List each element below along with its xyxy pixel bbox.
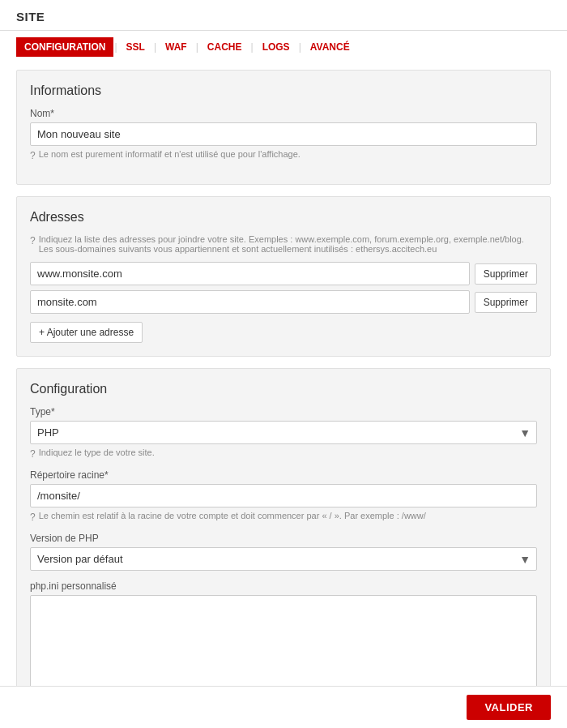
address-row-1: Supprimer	[30, 262, 537, 285]
address-input-1[interactable]	[30, 262, 470, 285]
repertoire-help-icon: ?	[30, 512, 36, 523]
phpini-label: php.ini personnalisé	[30, 580, 537, 592]
tabs-bar: CONFIGURATION | SSL | WAF | CACHE | LOGS…	[0, 31, 567, 57]
page-title: SITE	[16, 10, 45, 24]
type-select[interactable]: PHP Static Node.js	[30, 421, 537, 444]
version-label: Version de PHP	[30, 533, 537, 544]
phpini-textarea[interactable]	[30, 595, 537, 700]
adresses-help-icon: ?	[30, 235, 36, 246]
type-label: Type*	[30, 406, 537, 418]
repertoire-field-group: Répertoire racine* ? Le chemin est relat…	[30, 469, 537, 523]
nom-help-text: ? Le nom est purement informatif et n'es…	[30, 149, 537, 161]
configuration-title: Configuration	[30, 382, 537, 396]
nom-field-group: Nom* ? Le nom est purement informatif et…	[30, 108, 537, 161]
address-input-2[interactable]	[30, 290, 470, 314]
type-help-icon: ?	[30, 448, 36, 460]
adresses-section: Adresses ? Indiquez la liste des adresse…	[16, 196, 551, 357]
adresses-help: ? Indiquez la liste des adresses pour jo…	[30, 234, 537, 254]
version-field-group: Version de PHP Version par défaut PHP 7.…	[30, 533, 537, 571]
nom-help-content: Le nom est purement informatif et n'est …	[39, 149, 301, 159]
adresses-help-content: Indiquez la liste des adresses pour join…	[39, 234, 537, 254]
tab-ssl[interactable]: SSL	[118, 37, 153, 57]
tab-cache[interactable]: CACHE	[199, 37, 250, 57]
adresses-title: Adresses	[30, 210, 537, 225]
btn-supprimer-1[interactable]: Supprimer	[475, 263, 537, 285]
footer-bar: VALIDER	[0, 686, 567, 728]
version-select-wrapper: Version par défaut PHP 7.4 PHP 8.0 PHP 8…	[30, 547, 537, 571]
configuration-section: Configuration Type* PHP Static Node.js ▼…	[16, 368, 551, 728]
repertoire-help-content: Le chemin est relatif à la racine de vot…	[39, 511, 426, 520]
nom-input[interactable]	[30, 122, 537, 146]
type-help-content: Indiquez le type de votre site.	[39, 448, 155, 457]
nom-label: Nom*	[30, 108, 537, 119]
tab-avance[interactable]: AVANCÉ	[302, 37, 358, 57]
repertoire-help: ? Le chemin est relatif à la racine de v…	[30, 511, 537, 523]
informations-title: Informations	[30, 84, 537, 98]
type-field-group: Type* PHP Static Node.js ▼ ? Indiquez le…	[30, 406, 537, 460]
repertoire-label: Répertoire racine*	[30, 469, 537, 481]
btn-add-address[interactable]: + Ajouter une adresse	[30, 322, 143, 343]
page-header: SITE	[0, 0, 567, 31]
tab-logs[interactable]: LOGS	[254, 37, 298, 57]
content-area: Informations Nom* ? Le nom est purement …	[0, 57, 567, 728]
repertoire-input[interactable]	[30, 484, 537, 507]
version-select[interactable]: Version par défaut PHP 7.4 PHP 8.0 PHP 8…	[30, 547, 537, 571]
address-row-2: Supprimer	[30, 290, 537, 314]
type-select-wrapper: PHP Static Node.js ▼	[30, 421, 537, 444]
type-help: ? Indiquez le type de votre site.	[30, 448, 537, 460]
tab-waf[interactable]: WAF	[157, 37, 195, 57]
nom-help-icon: ?	[30, 150, 36, 161]
btn-valider[interactable]: VALIDER	[467, 695, 551, 720]
tab-configuration[interactable]: CONFIGURATION	[16, 37, 113, 57]
btn-supprimer-2[interactable]: Supprimer	[475, 292, 537, 313]
informations-section: Informations Nom* ? Le nom est purement …	[16, 70, 551, 185]
